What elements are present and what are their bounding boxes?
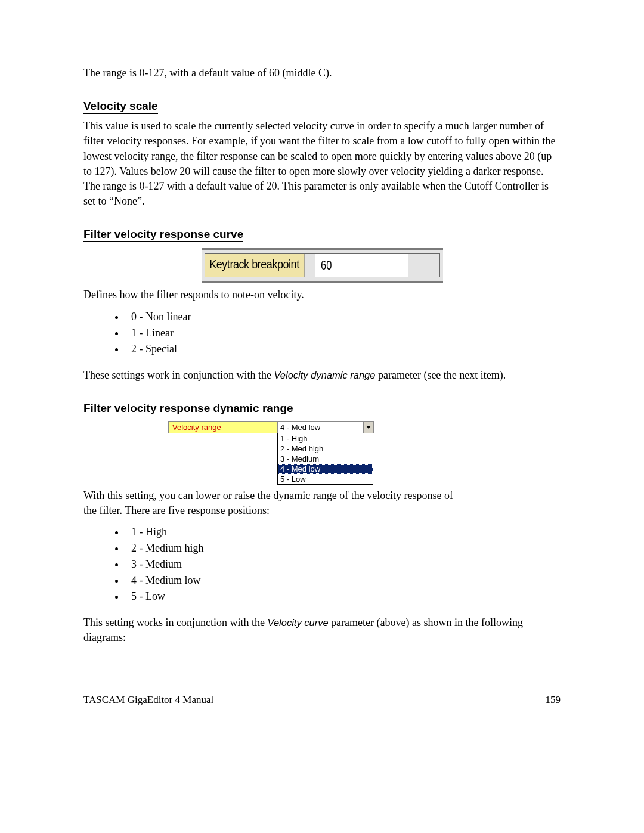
heading-fvrdr-row: Filter velocity response dynamic range <box>83 394 561 419</box>
fvrdr-caption: With this setting, you can lower or rais… <box>83 488 465 518</box>
fvrdr-list: 1 - High 2 - Medium high 3 - Medium 4 - … <box>125 524 561 605</box>
list-item: 1 - Linear <box>125 325 561 341</box>
velocity-range-row: Velocity range 4 - Med low <box>168 421 374 433</box>
list-item: 3 - Medium <box>125 556 561 572</box>
text: parameter (see the next item). <box>375 369 506 381</box>
heading-fvrdr: Filter velocity response dynamic range <box>83 402 293 416</box>
text: This setting works in conjunction with t… <box>83 617 267 628</box>
keytrack-breakpoint-row: Keytrack breakpoint 60 <box>205 253 440 277</box>
list-item: 1 - High <box>125 524 561 540</box>
velocity-scale-text: This value is used to scale the currentl… <box>83 119 561 209</box>
fvrdr-outro: This setting works in conjunction with t… <box>83 615 561 645</box>
page-footer: TASCAM GigaEditor 4 Manual 159 <box>83 694 561 706</box>
list-item: 2 - Special <box>125 341 561 357</box>
velocity-range-panel: Velocity range 4 - Med low 1 - High 2 - … <box>168 421 374 485</box>
dropdown-option[interactable]: 3 - Medium <box>278 454 373 464</box>
heading-fvrc-row: Filter velocity response curve <box>83 219 561 244</box>
intro-text: The range is 0-127, with a default value… <box>83 66 561 80</box>
fvrc-outro: These settings work in conjunction with … <box>83 368 561 383</box>
list-item: 0 - Non linear <box>125 309 561 325</box>
dropdown-option[interactable]: 1 - High <box>278 433 373 444</box>
list-item: 4 - Medium low <box>125 572 561 589</box>
text-em: Velocity curve <box>267 617 328 628</box>
list-item: 2 - Medium high <box>125 540 561 556</box>
velocity-range-selected: 4 - Med low <box>278 422 363 433</box>
text: These settings work in conjunction with … <box>83 369 274 381</box>
list-item: 5 - Low <box>125 589 561 605</box>
page-content: The range is 0-127, with a default value… <box>83 66 561 656</box>
footer-title: TASCAM GigaEditor 4 Manual <box>83 694 213 706</box>
page-number: 159 <box>546 694 561 706</box>
velocity-range-combo[interactable]: 4 - Med low <box>278 422 373 433</box>
velocity-range-label: Velocity range <box>169 422 278 433</box>
text-em: Velocity dynamic range <box>274 370 375 380</box>
heading-fvrc: Filter velocity response curve <box>83 228 243 242</box>
dropdown-option[interactable]: 5 - Low <box>278 474 373 484</box>
velocity-range-dropdown-list: 1 - High 2 - Med high 3 - Medium 4 - Med… <box>277 433 373 485</box>
dropdown-option[interactable]: 2 - Med high <box>278 444 373 454</box>
heading-velocity-scale: Velocity scale <box>83 100 158 114</box>
footer-rule <box>83 689 561 689</box>
chevron-down-icon <box>366 426 371 429</box>
fvrc-list: 0 - Non linear 1 - Linear 2 - Special <box>125 309 561 357</box>
keytrack-breakpoint-panel: Keytrack breakpoint 60 <box>202 248 443 283</box>
dropdown-option-selected[interactable]: 4 - Med low <box>278 464 373 474</box>
keytrack-breakpoint-label: Keytrack breakpoint <box>205 254 305 277</box>
heading-velocity-scale-row: Velocity scale <box>83 91 561 116</box>
keytrack-breakpoint-value[interactable]: 60 <box>315 254 408 277</box>
dropdown-button[interactable] <box>363 422 373 433</box>
fvrc-caption: Defines how the filter responds to note-… <box>83 287 561 302</box>
